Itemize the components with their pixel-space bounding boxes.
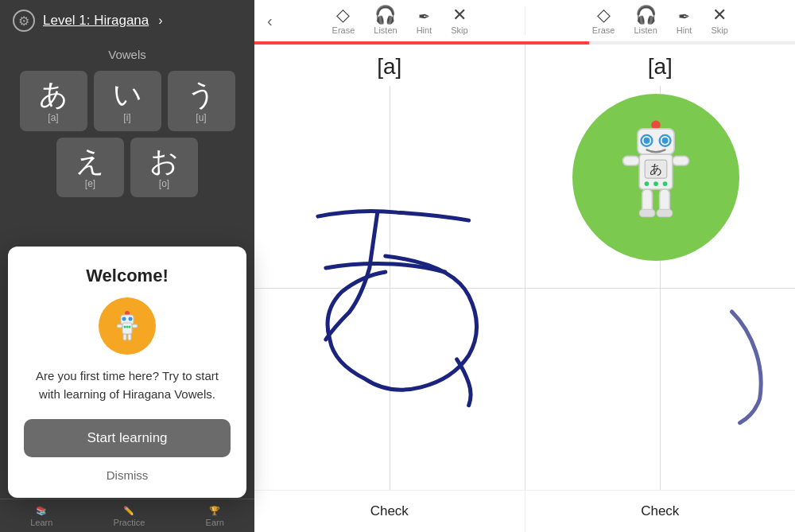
toolbar-left: ‹ ◇ Erase 🎧 Listen ✒ Hint ✕ Skip — [254, 6, 525, 35]
listen-icon-right: 🎧 — [635, 6, 657, 24]
welcome-modal: Welcome! Are you fi — [8, 247, 246, 498]
skip-label-right: Skip — [711, 25, 727, 35]
kana-grid-row2: え [e] お [o] — [0, 131, 254, 198]
phonetic-label-left: [a] — [377, 45, 401, 86]
skip-tool-left[interactable]: ✕ Skip — [451, 6, 467, 35]
robot-avatar — [99, 297, 156, 355]
skip-icon-left: ✕ — [452, 6, 467, 24]
bottom-navigation: 📚 Learn ✏️ Practice 🏆 Earn — [0, 499, 254, 532]
erase-icon-right: ◇ — [597, 6, 611, 24]
section-label: Vowels — [0, 41, 254, 71]
nav-item-earn[interactable]: 🏆 Earn — [206, 506, 224, 527]
listen-tool-right[interactable]: 🎧 Listen — [634, 6, 657, 35]
right-panel: ‹ ◇ Erase 🎧 Listen ✒ Hint ✕ Skip — [254, 0, 795, 532]
nav-label-earn: Earn — [206, 518, 224, 527]
kana-romaji-u: [u] — [196, 112, 206, 123]
kana-romaji-i: [i] — [123, 112, 130, 123]
earn-icon: 🏆 — [209, 506, 220, 516]
listen-label-right: Listen — [634, 25, 657, 35]
toolbar: ‹ ◇ Erase 🎧 Listen ✒ Hint ✕ Skip — [254, 0, 795, 41]
check-button-right[interactable]: Check — [525, 491, 796, 532]
drawing-grid-right[interactable]: あ — [525, 86, 796, 490]
hint-tool-left[interactable]: ✒ Hint — [417, 10, 432, 35]
check-button-left[interactable]: Check — [254, 491, 525, 532]
canvas-left[interactable]: [a] — [254, 45, 525, 490]
nav-item-practice[interactable]: ✏️ Practice — [114, 506, 145, 527]
kana-romaji-e: [e] — [85, 178, 95, 189]
skip-tool-right[interactable]: ✕ Skip — [711, 6, 727, 35]
hint-tool-right[interactable]: ✒ Hint — [677, 10, 692, 35]
erase-icon-left: ◇ — [336, 6, 350, 24]
drawing-area: [a] [a] — [254, 45, 795, 490]
svg-point-7 — [129, 326, 131, 328]
kana-char-a: あ — [39, 79, 68, 111]
nav-label-practice: Practice — [114, 518, 145, 527]
svg-rect-11 — [128, 334, 131, 340]
kana-char-u: う — [187, 79, 216, 111]
canvas-right[interactable]: [a] — [525, 45, 796, 490]
kana-grid-row1: あ [a] い [i] う [u] — [0, 71, 254, 131]
hint-label-right: Hint — [677, 25, 692, 35]
erase-label-right: Erase — [592, 25, 615, 35]
svg-point-5 — [124, 326, 126, 328]
svg-rect-4 — [122, 323, 132, 334]
learn-icon: 📚 — [36, 506, 47, 516]
hint-icon-right: ✒ — [678, 10, 690, 24]
practice-icon: ✏️ — [123, 506, 134, 516]
kana-romaji-a: [a] — [48, 112, 58, 123]
modal-body-text: Are you first time here? Try to start wi… — [24, 367, 231, 403]
tool-group-right: ◇ Erase 🎧 Listen ✒ Hint ✕ Skip — [532, 6, 789, 35]
left-panel: ⚙ Level 1: Hiragana › Vowels あ [a] い [i]… — [0, 0, 254, 532]
erase-tool-left[interactable]: ◇ Erase — [332, 6, 355, 35]
erase-tool-right[interactable]: ◇ Erase — [592, 6, 615, 35]
kana-cell-a[interactable]: あ [a] — [20, 71, 87, 131]
listen-tool-left[interactable]: 🎧 Listen — [374, 6, 397, 35]
back-button[interactable]: ‹ — [261, 9, 279, 33]
kana-cell-i[interactable]: い [i] — [94, 71, 161, 131]
kana-romaji-o: [o] — [159, 178, 169, 189]
svg-point-6 — [126, 326, 129, 328]
svg-rect-9 — [132, 324, 138, 328]
erase-label-left: Erase — [332, 25, 355, 35]
handwriting-svg-left — [254, 86, 525, 490]
nav-label-learn: Learn — [30, 518, 52, 527]
tool-group-left: ◇ Erase 🎧 Listen ✒ Hint ✕ Skip — [282, 6, 518, 35]
modal-overlay: Welcome! Are you fi — [0, 247, 254, 498]
handwriting-svg-right — [525, 86, 796, 490]
listen-label-left: Listen — [374, 25, 397, 35]
skip-label-left: Skip — [451, 25, 467, 35]
skip-icon-right: ✕ — [712, 6, 727, 24]
toolbar-right: ◇ Erase 🎧 Listen ✒ Hint ✕ Skip — [525, 6, 796, 35]
chevron-right-icon: › — [158, 14, 162, 28]
kana-char-i: い — [113, 79, 142, 111]
app-header: ⚙ Level 1: Hiragana › — [0, 0, 254, 41]
app-title[interactable]: Level 1: Hiragana — [43, 13, 149, 29]
check-button-row: Check Check — [254, 490, 795, 532]
hint-icon-left: ✒ — [418, 10, 430, 24]
svg-point-2 — [122, 317, 126, 321]
svg-point-3 — [129, 317, 133, 321]
start-learning-button[interactable]: Start learning — [24, 419, 231, 457]
svg-rect-10 — [123, 334, 126, 340]
listen-icon-left: 🎧 — [374, 6, 396, 24]
dismiss-button[interactable]: Dismiss — [103, 465, 152, 485]
modal-title: Welcome! — [86, 266, 169, 286]
robot-icon — [108, 307, 146, 345]
drawing-grid-left[interactable] — [254, 86, 525, 490]
nav-item-learn[interactable]: 📚 Learn — [30, 506, 52, 527]
kana-cell-o[interactable]: お [o] — [130, 138, 198, 198]
kana-char-o: お — [149, 146, 179, 177]
kana-char-e: え — [76, 146, 105, 177]
gear-icon[interactable]: ⚙ — [13, 10, 35, 32]
phonetic-label-right: [a] — [648, 45, 673, 86]
svg-rect-8 — [117, 324, 122, 328]
kana-cell-u[interactable]: う [u] — [168, 71, 235, 131]
kana-cell-e[interactable]: え [e] — [56, 138, 124, 198]
hint-label-left: Hint — [417, 25, 432, 35]
